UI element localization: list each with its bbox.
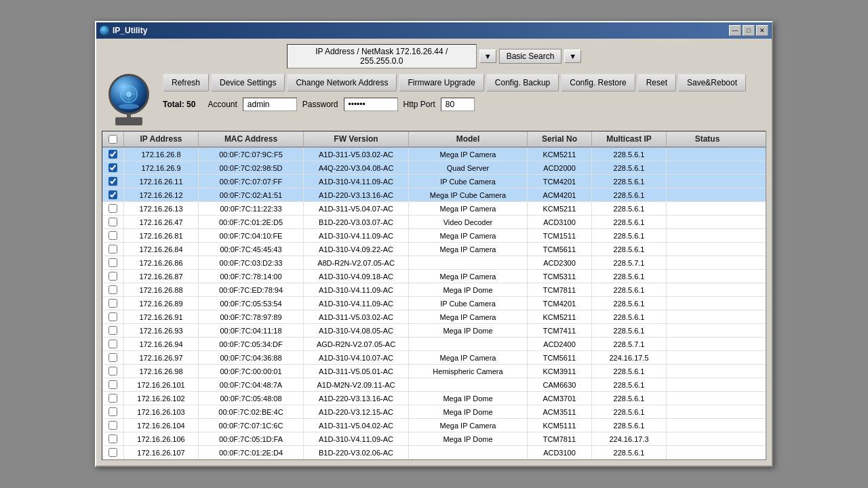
http-port-input[interactable] [441, 98, 475, 111]
row-multicast: 228.5.6.1 [592, 229, 667, 242]
ip-search-bar: IP Address / NetMask 172.16.26.44 / 255.… [287, 44, 581, 68]
row-checkbox[interactable] [108, 258, 117, 267]
row-status [667, 256, 748, 269]
row-checkbox-cell [102, 216, 124, 228]
row-fw: A1D-311-V5.04.02-AC [304, 419, 409, 432]
row-checkbox[interactable] [108, 367, 117, 375]
row-checkbox[interactable] [108, 150, 117, 159]
row-multicast: 228.5.6.1 [592, 446, 667, 459]
header-status: Status [667, 131, 748, 146]
row-checkbox[interactable] [108, 285, 117, 294]
minimize-button[interactable]: — [729, 25, 741, 36]
row-serial: ACD3100 [528, 216, 592, 228]
firmware-upgrade-button[interactable]: Firmware Upgrade [399, 74, 484, 92]
row-checkbox[interactable] [108, 190, 117, 199]
row-model: IP Cube Camera [409, 175, 528, 188]
row-checkbox-cell [102, 324, 124, 337]
row-multicast: 228.5.6.1 [592, 283, 667, 296]
reset-button[interactable]: Reset [637, 74, 676, 92]
table-row: 172.16.26.89 00:0F:7C:05:53:54 A1D-310-V… [102, 297, 766, 310]
row-fw: A1D-220-V3.13.16-AC [304, 392, 409, 405]
close-button[interactable]: ✕ [756, 25, 768, 36]
row-multicast: 228.5.6.1 [592, 243, 667, 256]
row-ip: 172.16.26.8 [124, 148, 199, 161]
row-checkbox[interactable] [108, 163, 117, 172]
row-checkbox[interactable] [108, 299, 117, 308]
row-checkbox-cell [102, 188, 124, 201]
row-fw: A1D-311-V5.05.01-AC [304, 365, 409, 378]
row-checkbox[interactable] [108, 421, 117, 430]
row-checkbox[interactable] [108, 245, 117, 253]
ip-dropdown-button[interactable]: ▼ [479, 49, 496, 63]
main-window: IP_Utility — □ ✕ IP Address / NetMask 17… [95, 21, 773, 467]
row-serial: ACD2000 [528, 161, 592, 174]
row-fw: A1D-311-V5.03.02-AC [304, 310, 409, 323]
row-checkbox[interactable] [108, 434, 117, 443]
row-model: Mega IP Camera [409, 229, 528, 242]
table-row: 172.16.26.88 00:0F:7C:ED:78:94 A1D-310-V… [102, 283, 766, 297]
row-fw: A1D-310-V4.11.09-AC [304, 432, 409, 445]
row-multicast: 228.5.6.1 [592, 310, 667, 323]
row-fw: A1D-311-V5.03.02-AC [304, 148, 409, 161]
row-multicast: 228.5.6.1 [592, 405, 667, 418]
row-checkbox[interactable] [108, 407, 117, 416]
row-mac: 00:0F:7C:01:2E:D5 [199, 216, 304, 228]
row-ip: 172.16.26.94 [124, 338, 199, 350]
row-ip: 172.16.26.98 [124, 365, 199, 378]
row-model: Mega IP Camera [409, 243, 528, 256]
config-restore-button[interactable]: Config. Restore [561, 74, 635, 92]
row-fw: A8D-R2N-V2.07.05-AC [304, 256, 409, 269]
row-mac: 00:0F:7C:11:22:33 [199, 202, 304, 215]
account-input[interactable] [243, 98, 297, 111]
row-model [409, 256, 528, 269]
row-mac: 00:0F:7C:01:2E:D4 [199, 446, 304, 459]
row-ip: 172.16.26.12 [124, 188, 199, 201]
app-icon [100, 26, 109, 35]
row-ip: 172.16.26.91 [124, 310, 199, 323]
row-checkbox[interactable] [108, 326, 117, 335]
row-serial: ACD2400 [528, 338, 592, 350]
row-checkbox[interactable] [108, 312, 117, 321]
row-checkbox[interactable] [108, 448, 117, 457]
row-checkbox-cell [102, 243, 124, 256]
table-row: 172.16.26.91 00:0F:7C:78:97:89 A1D-311-V… [102, 310, 766, 324]
change-network-button[interactable]: Change Network Address [287, 74, 397, 92]
save-reboot-button[interactable]: Save&Reboot [678, 74, 746, 92]
device-settings-button[interactable]: Device Settings [211, 74, 285, 92]
row-status [667, 297, 748, 310]
row-multicast: 228.5.6.1 [592, 161, 667, 174]
main-section: Refresh Device Settings Change Network A… [102, 74, 766, 125]
row-checkbox[interactable] [108, 340, 117, 348]
row-checkbox[interactable] [108, 177, 117, 186]
row-mac: 00:0F:7C:ED:78:94 [199, 283, 304, 296]
row-checkbox[interactable] [108, 353, 117, 362]
table-row: 172.16.26.84 00:0F:7C:45:45:43 A1D-310-V… [102, 243, 766, 256]
row-serial: KCM5211 [528, 202, 592, 215]
row-multicast: 228.5.6.1 [592, 419, 667, 432]
row-checkbox[interactable] [108, 272, 117, 281]
select-all-checkbox[interactable] [108, 135, 117, 144]
header-checkbox-col [102, 131, 124, 146]
row-model: Mega IP Dome [409, 324, 528, 337]
row-status [667, 188, 748, 201]
password-input[interactable] [344, 98, 398, 111]
row-checkbox[interactable] [108, 204, 117, 213]
row-model: Hemispheric Camera [409, 365, 528, 378]
row-serial: TCM7411 [528, 324, 592, 337]
row-checkbox[interactable] [108, 380, 117, 389]
config-backup-button[interactable]: Config. Backup [486, 74, 559, 92]
row-serial: TCM5311 [528, 270, 592, 283]
row-serial: KCM5211 [528, 310, 592, 323]
refresh-button[interactable]: Refresh [163, 74, 209, 92]
search-dropdown-button[interactable]: ▼ [564, 49, 581, 63]
row-mac: 00:0F:7C:00:00:01 [199, 365, 304, 378]
row-serial: ACD3100 [528, 446, 592, 459]
row-multicast: 228.5.6.1 [592, 202, 667, 215]
window-content: IP Address / NetMask 172.16.26.44 / 255.… [96, 39, 772, 466]
row-mac: 00:0F:7C:07:07:FF [199, 175, 304, 188]
row-fw: B1D-220-V3.03.07-AC [304, 216, 409, 228]
row-checkbox[interactable] [108, 231, 117, 240]
row-checkbox[interactable] [108, 394, 117, 403]
row-checkbox[interactable] [108, 218, 117, 226]
maximize-button[interactable]: □ [743, 25, 755, 36]
